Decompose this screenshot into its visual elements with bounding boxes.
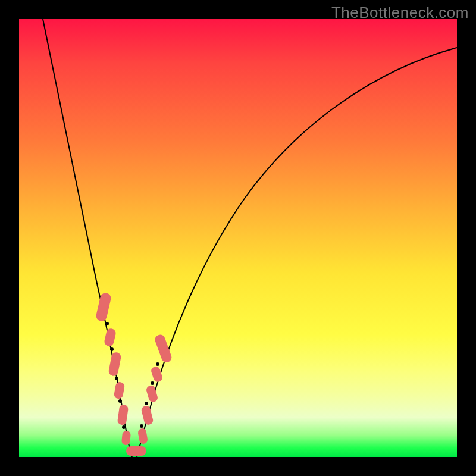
svg-rect-12 bbox=[137, 428, 148, 444]
svg-rect-18 bbox=[150, 365, 163, 383]
svg-rect-14 bbox=[140, 405, 154, 426]
svg-rect-20 bbox=[154, 333, 173, 364]
svg-rect-4 bbox=[108, 352, 121, 377]
bead-group-left bbox=[95, 292, 131, 446]
svg-point-3 bbox=[110, 347, 114, 351]
plot-area bbox=[19, 19, 457, 457]
bead-group-right bbox=[137, 333, 173, 444]
svg-point-15 bbox=[145, 402, 148, 405]
svg-point-9 bbox=[122, 425, 126, 429]
curve-right bbox=[137, 48, 457, 457]
svg-rect-0 bbox=[95, 292, 112, 322]
curve-layer bbox=[19, 19, 457, 457]
svg-rect-6 bbox=[114, 381, 126, 399]
svg-point-17 bbox=[151, 381, 154, 385]
svg-rect-2 bbox=[104, 328, 117, 347]
svg-point-5 bbox=[115, 377, 118, 380]
svg-point-19 bbox=[156, 362, 159, 366]
svg-point-13 bbox=[140, 424, 143, 428]
svg-rect-11 bbox=[126, 446, 146, 456]
svg-rect-10 bbox=[121, 430, 131, 445]
bead-group-bottom bbox=[126, 446, 146, 456]
svg-rect-8 bbox=[117, 404, 129, 425]
chart-frame: TheBottleneck.com bbox=[0, 0, 476, 476]
svg-point-1 bbox=[105, 322, 109, 325]
svg-point-7 bbox=[118, 399, 122, 403]
